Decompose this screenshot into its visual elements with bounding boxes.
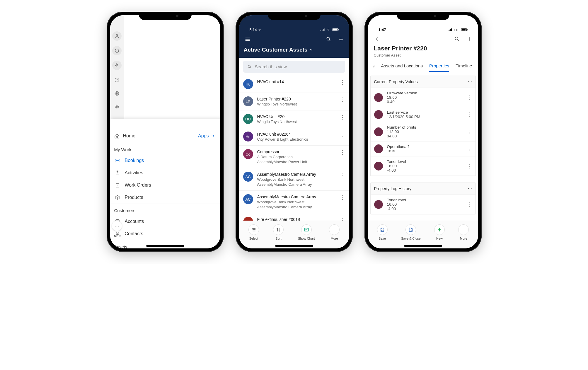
asset-row[interactable]: Fe Fire extinguisher #0018 Woodgrove Ban… [239,213,349,221]
bottom-action-show-chart[interactable]: Show Chart [298,224,315,240]
asset-row[interactable]: AC AssemblyMaestro Camera Array Woodgrov… [239,168,349,191]
nav-item-accounts[interactable]: Accounts [110,215,220,228]
row-title: HVAC unit #02264 [257,132,338,137]
bottom-action-more[interactable]: ⋯More [329,224,340,240]
property-row[interactable]: Toner level 16.00 -4.00 ⋮ [371,156,475,176]
row-more-button[interactable]: ⋮ [338,194,345,201]
row-more-button[interactable]: ⋮ [338,132,345,138]
nav-item-contacts[interactable]: Contacts [110,228,220,240]
avatar: Hu [243,79,253,89]
property-row[interactable]: Toner level 16.00 -4.00 ⋮ [371,195,475,214]
header: 5:14 Active Customer Ass [239,15,349,58]
property-more-button[interactable]: ⋮ [467,201,472,208]
tab-timeline[interactable]: Timeline [456,62,472,72]
row-title: Compressor [257,149,338,154]
property-name: Last service [387,110,467,115]
property-delta: 0.40 [387,100,467,104]
property-value: 16.00 [387,202,467,207]
nav-item-bookings[interactable]: Bookings [110,154,220,167]
hamburger-button[interactable] [244,36,251,42]
tab-clipped[interactable]: ers [373,62,375,72]
property-row[interactable]: Operational? True ⋮ [371,141,475,156]
action-label: Save [379,237,386,240]
bottom-action-sort[interactable]: Sort [273,224,284,240]
row-more-button[interactable]: ⋮ [338,79,345,86]
rail-settings-button[interactable] [112,102,122,112]
rail-globe-button[interactable] [112,89,122,98]
notch [139,12,192,20]
property-more-button[interactable]: ⋮ [467,94,472,101]
rail-recent-button[interactable] [112,46,122,55]
search-input[interactable]: Search this view [243,61,345,73]
action-label: Save & Close [401,237,421,240]
rail-pin-button[interactable] [112,61,122,70]
home-indicator[interactable] [146,245,184,247]
record-subtitle: Customer Asset [373,52,473,62]
more-label: More [110,234,125,238]
bottom-action-new[interactable]: New [434,224,445,240]
property-row[interactable]: Number of prints 112.00 34.00 ⋮ [371,122,475,141]
tab-assets-locations[interactable]: Assets and Locations [381,62,423,72]
view-title-dropdown[interactable]: Active Customer Assets [244,47,345,53]
row-more-button[interactable]: ⋮ [338,114,345,120]
section-more-button[interactable]: ⋯ [468,186,472,191]
svg-point-27 [248,65,250,67]
bottom-action-save[interactable]: Save [377,224,388,240]
home-icon [114,133,120,139]
asset-row[interactable]: AC AssemblyMaestro Camera Array Woodgrov… [239,191,349,213]
nav-item-products[interactable]: Products [110,191,220,204]
property-more-button[interactable]: ⋮ [467,163,472,169]
asset-row[interactable]: LP Laser Printer #220 Wingtip Toys North… [239,93,349,110]
row-more-button[interactable]: ⋮ [338,172,345,178]
notch [397,12,449,20]
add-button[interactable] [338,36,344,42]
search-button[interactable] [454,36,460,42]
section-more-button[interactable]: ⋯ [468,79,472,84]
status-bar: 5:14 [244,28,345,35]
asset-row[interactable]: Co Compressor A Datum Corporation Assemb… [239,146,349,168]
bottom-action-select[interactable]: Select [248,224,259,240]
nav-item-activities[interactable]: Activities [110,167,220,179]
tab-properties[interactable]: Properties [429,62,449,72]
action-label: Select [249,237,258,240]
row-more-button[interactable]: ⋮ [338,96,345,103]
row-more-button[interactable]: ⋮ [338,217,345,221]
section-log-history: Property Log History ⋯ Toner level 16.00… [370,183,476,214]
section-assets: Assets [110,240,220,248]
left-rail [110,15,124,119]
property-more-button[interactable]: ⋮ [467,111,472,118]
home-indicator[interactable] [404,245,442,247]
search-button[interactable] [326,36,332,42]
status-time: 5:14 [250,28,257,32]
action-icon: ⋯ [329,224,340,235]
back-button[interactable] [374,36,380,42]
property-dot-icon [374,162,383,170]
asset-list[interactable]: Hu HVAC unit #14 ⋮ LP Laser Printer #220… [239,76,349,221]
rail-profile-button[interactable] [112,31,122,41]
status-network: LTE [454,28,459,32]
bottom-action-more[interactable]: ⋯More [458,224,469,240]
add-button[interactable] [466,36,472,42]
nav-item-workorders[interactable]: Work Orders [110,179,220,191]
more-fab[interactable]: ⋯ [112,221,122,231]
rail-help-button[interactable] [112,75,122,85]
row-more-button[interactable]: ⋮ [338,149,345,156]
property-name: Operational? [387,144,467,149]
property-more-button[interactable]: ⋮ [467,129,472,135]
property-more-button[interactable]: ⋮ [467,146,472,152]
nav-home[interactable]: Home [123,133,136,139]
action-icon [248,224,259,235]
row-title: HVAC unit #14 [257,79,338,84]
svg-point-37 [455,37,458,40]
row-title: AssemblyMaestro Camera Array [257,194,338,200]
asset-row[interactable]: Hu HVAC unit #02264 City Power & Light E… [239,128,349,146]
apps-link[interactable]: Apps [198,133,214,139]
asset-row[interactable]: HU HVAC Unit #20 Wingtip Toys Northwest … [239,110,349,128]
asset-row[interactable]: Hu HVAC unit #14 ⋮ [239,76,349,93]
property-row[interactable]: Last service 12/1/2020 5:00 PM ⋮ [371,107,475,122]
bottom-action-save-close[interactable]: Save & Close [401,224,421,240]
avatar: LP [243,96,253,106]
property-row[interactable]: Firmware version 18.60 0.40 ⋮ [371,88,475,107]
home-indicator[interactable] [275,245,313,247]
property-value: True [387,149,467,153]
